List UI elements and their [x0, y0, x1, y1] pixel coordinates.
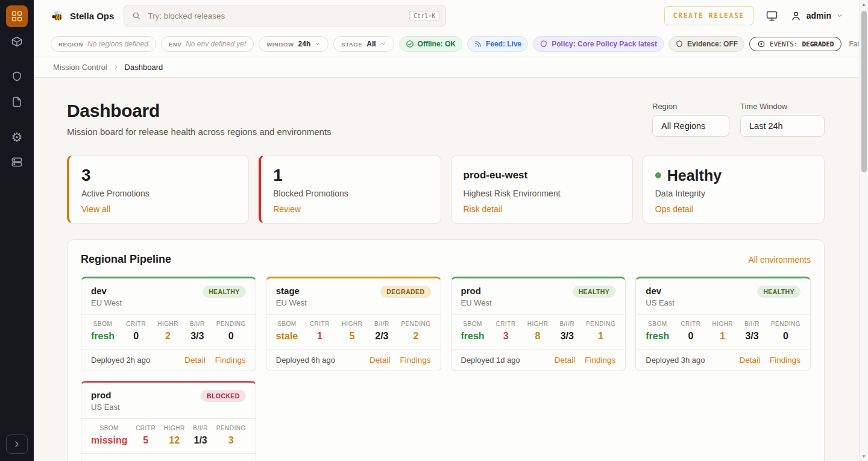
offline-status-chip[interactable]: Offline: OK [399, 36, 462, 52]
scrollbar-thumb[interactable] [861, 11, 867, 172]
document-icon [11, 96, 23, 108]
chevron-right-icon [113, 64, 119, 71]
data-integrity-label: Data Integrity [655, 189, 812, 198]
scroll-down-arrow[interactable]: ▼ [860, 452, 868, 461]
findings-link[interactable]: Findings [215, 356, 246, 365]
env-region: EU West [91, 298, 122, 307]
page-subtitle: Mission board for release health across … [67, 127, 332, 137]
scroll-up-arrow[interactable]: ▲ [860, 0, 868, 9]
user-icon [790, 10, 802, 22]
pipeline-card-footer: Deployed 3d ago Detail Findings [81, 453, 256, 461]
findings-link[interactable]: Findings [400, 356, 430, 365]
page-filters: Region All Regions Time Window Last 24h [652, 101, 825, 137]
user-name: admin [807, 11, 831, 20]
env-name: prod [461, 286, 492, 296]
region-filter: Region All Regions [652, 102, 729, 137]
env-region: US East [91, 403, 120, 412]
breadcrumb: Mission Control Dashboard [34, 57, 859, 78]
metric-sbom: SBOMfresh [646, 321, 669, 342]
scrollbar[interactable]: ▲ ▼ [859, 0, 868, 461]
user-menu[interactable]: admin [790, 10, 843, 22]
package-icon [11, 36, 23, 48]
region-filter-pill[interactable]: REGION No regions defined [51, 36, 156, 52]
region-select[interactable]: All Regions [652, 115, 729, 137]
env-filter-pill[interactable]: ENV No env defined yet [161, 36, 254, 52]
sidebar-item-releases[interactable] [6, 31, 28, 52]
metric-highr: HIGHR5 [342, 321, 363, 342]
shield-icon [11, 71, 23, 83]
pipeline-card-footer: Deployed 6h ago Detail Findings [266, 349, 441, 371]
events-status-pill[interactable]: EVENTS: DEGRADED [749, 37, 841, 51]
brand-name: Stella Ops [70, 11, 114, 21]
sidebar-item-infrastructure[interactable] [6, 151, 28, 173]
detail-link[interactable]: Detail [739, 356, 760, 365]
metric-pending: PENDING0 [771, 321, 800, 342]
search-icon [131, 11, 141, 20]
all-environments-link[interactable]: All environments [749, 255, 811, 265]
pipeline-card-stage-eu-west: stage EU West DEGRADED SBOMstale CRITR1 … [266, 277, 441, 371]
highest-risk-card: prod-eu-west Highest Risk Environment Ri… [451, 155, 633, 224]
review-link[interactable]: Review [273, 204, 301, 214]
sidebar-expand-button[interactable] [6, 434, 28, 454]
metric-bir: B/I/R3/3 [559, 321, 574, 342]
window-pill-value: 24h [298, 40, 311, 48]
search-shortcut-badge: Ctrl+K [409, 11, 439, 21]
risk-detail-link[interactable]: Risk detail [464, 204, 503, 214]
pipeline-card-prod-us-east: prod US East BLOCKED SBOMmissing CRITR5 … [81, 381, 256, 461]
global-search[interactable]: Ctrl+K [124, 5, 446, 27]
page-heading-group: Dashboard Mission board for release heal… [67, 101, 332, 137]
time-window-select[interactable]: Last 24h [740, 115, 825, 137]
policy-status-label: Policy: Core Policy Pack latest [552, 40, 657, 48]
data-integrity-value-row: Healthy [655, 165, 812, 186]
metric-critr: CRITR0 [126, 321, 146, 342]
stage-filter-pill[interactable]: STAGE All [333, 36, 394, 52]
findings-link[interactable]: Findings [770, 356, 800, 365]
detail-link[interactable]: Detail [184, 356, 206, 365]
status-badge: HEALTHY [757, 286, 800, 298]
window-filter-pill[interactable]: WINDOW 24h [259, 36, 329, 52]
active-promotions-card: 3 Active Promotions View all [67, 155, 249, 224]
detail-link[interactable]: Detail [555, 356, 576, 365]
pipeline-card-metrics: SBOMfresh CRITR0 HIGHR1 B/I/R3/3 PENDING… [636, 314, 810, 349]
blocked-promotions-card: 1 Blocked Promotions Review [259, 155, 441, 224]
metric-critr: CRITR1 [310, 321, 330, 342]
chevron-down-icon [315, 41, 321, 47]
main-column: Stella Ops Ctrl+K CREATE RELEASE [34, 0, 859, 461]
metric-highr: HIGHR8 [527, 321, 549, 342]
sidebar-item-settings[interactable]: ⚙ [6, 126, 28, 148]
card-links: Detail Findings [555, 356, 616, 365]
chevron-down-icon [380, 41, 386, 47]
env-name: dev [91, 286, 122, 296]
env-info: prod EU West [461, 286, 492, 307]
events-value: DEGRADED [802, 40, 834, 48]
findings-link[interactable]: Findings [585, 356, 615, 365]
env-region: US East [646, 298, 675, 307]
metric-highr: HIGHR2 [157, 321, 178, 342]
sidebar-item-security[interactable] [6, 66, 28, 87]
metric-highr: HIGHR12 [164, 425, 185, 446]
detail-link[interactable]: Detail [370, 356, 391, 365]
sidebar: ⚙ [0, 0, 34, 461]
breadcrumb-current: Dashboard [125, 63, 163, 72]
view-all-link[interactable]: View all [81, 204, 110, 214]
offline-status-label: Offline: OK [418, 40, 456, 48]
deployed-ago: Deployed 2h ago [91, 356, 150, 365]
feed-status-label: Feed: Live [486, 40, 521, 48]
feed-status-chip[interactable]: Feed: Live [467, 36, 528, 52]
create-release-button[interactable]: CREATE RELEASE [664, 6, 753, 25]
deployed-ago: Deployed 1d ago [461, 356, 520, 365]
search-input[interactable] [146, 11, 404, 21]
display-mode-button[interactable] [766, 10, 778, 22]
env-region: EU West [461, 298, 492, 307]
sidebar-item-documents[interactable] [6, 91, 28, 113]
card-links: Detail Findings [184, 356, 246, 365]
sidebar-item-dashboard[interactable] [6, 5, 28, 27]
chevron-right-icon [12, 439, 22, 449]
pipeline-grid: dev EU West HEALTHY SBOMfresh CRITR0 HIG… [81, 277, 811, 461]
policy-status-chip[interactable]: Policy: Core Policy Pack latest [533, 36, 664, 52]
evidence-status-chip[interactable]: Evidence: OFF [668, 36, 744, 52]
pipeline-card-prod-eu-west: prod EU West HEALTHY SBOMfresh CRITR3 HI… [451, 277, 626, 371]
ops-detail-link[interactable]: Ops detail [655, 204, 693, 214]
stage-pill-value: All [366, 40, 376, 48]
breadcrumb-mission-control[interactable]: Mission Control [53, 63, 107, 72]
